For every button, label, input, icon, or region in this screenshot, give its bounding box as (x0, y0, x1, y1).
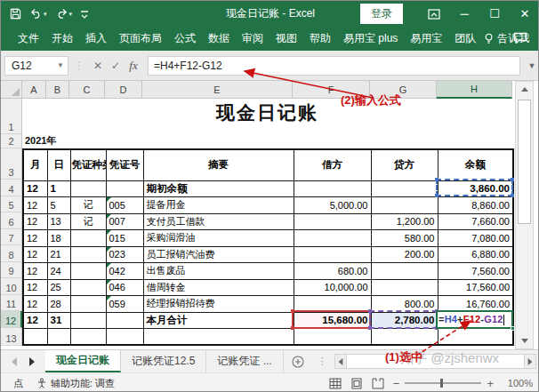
row-header-4[interactable]: 4 (1, 180, 22, 196)
scroll-up-icon[interactable] (516, 82, 533, 97)
sheet-tab-1[interactable]: 记账凭证12.5 (121, 350, 206, 372)
row-header-5[interactable]: 5 (1, 196, 22, 213)
cell-month[interactable]: 12 (23, 279, 47, 296)
zoom-out-icon[interactable]: − (393, 378, 400, 389)
ribbon-tab-5[interactable]: 数据 (202, 27, 236, 51)
confirm-entry-icon[interactable]: ✓ (107, 60, 125, 72)
save-icon[interactable] (10, 8, 21, 20)
table-header-cell[interactable]: 摘要 (143, 149, 294, 180)
row-header-12[interactable]: 12 (1, 311, 22, 328)
cell-balance[interactable]: 6,880.00 (438, 246, 513, 263)
cell-month[interactable]: 12 (23, 246, 47, 263)
cancel-entry-icon[interactable]: ✕ (89, 60, 107, 72)
cell-voucher_type[interactable] (70, 312, 106, 329)
zoom-level[interactable]: 100% (503, 378, 533, 388)
cell-month[interactable]: 12 (23, 180, 47, 197)
cell-debit[interactable]: 5,000.00 (294, 197, 371, 214)
cell-summary[interactable]: 采购润滑油 (143, 230, 294, 247)
cell-debit[interactable]: 10,000.00 (294, 279, 371, 296)
cell-balance[interactable]: 7,660.00 (438, 213, 513, 230)
cell-voucher_no[interactable]: 042 (106, 263, 143, 280)
ribbon-tab-1[interactable]: 开始 (45, 27, 79, 51)
column-header-B[interactable]: B (46, 81, 69, 99)
minimize-button[interactable]: ─ (449, 1, 479, 27)
cell-empty[interactable] (438, 329, 513, 346)
redo-dropdown-icon[interactable]: ▾ (69, 11, 73, 17)
cell-day[interactable]: 31 (47, 312, 70, 329)
table-header-cell[interactable]: 凭证号 (106, 149, 143, 180)
horizontal-scrollbar-track[interactable] (347, 354, 524, 369)
cell-empty[interactable] (70, 329, 106, 346)
cell-credit[interactable]: 1,200.00 (371, 213, 438, 230)
cell-day[interactable]: 24 (47, 263, 70, 280)
cell-summary[interactable]: 员工报销汽油费 (143, 246, 294, 263)
cell-credit[interactable] (371, 180, 438, 197)
column-header-G[interactable]: G (370, 81, 437, 99)
cell-balance[interactable]: 7,560.00 (438, 263, 513, 280)
table-header-cell[interactable]: 余额 (438, 149, 513, 180)
cell-empty[interactable] (106, 329, 143, 346)
cell-month[interactable]: 12 (23, 213, 47, 230)
cell-debit[interactable]: 680.00 (294, 263, 371, 280)
cell-debit[interactable] (294, 246, 371, 263)
row-header-13[interactable]: 13 (1, 328, 22, 346)
login-button[interactable]: 登录 (360, 4, 403, 24)
cell-empty[interactable] (23, 329, 47, 346)
cell-balance[interactable]: 3,860.00 (438, 180, 513, 197)
scroll-right-icon[interactable] (524, 354, 536, 369)
row-header-3[interactable]: 3 (1, 148, 22, 180)
cell-debit[interactable] (294, 296, 371, 313)
zoom-slider-thumb[interactable] (440, 379, 443, 388)
insert-function-icon[interactable]: fx (125, 59, 142, 73)
cell-voucher_type[interactable] (70, 296, 106, 313)
undo-dropdown-icon[interactable]: ▾ (44, 11, 47, 17)
cell-month[interactable]: 12 (23, 197, 47, 214)
horizontal-scrollbar[interactable] (334, 354, 536, 369)
tab-bar-options-icon[interactable]: ⋮ (312, 350, 333, 372)
zoom-slider[interactable] (405, 382, 481, 384)
cell-credit[interactable]: 2,780.00 (371, 312, 438, 329)
row-header-8[interactable]: 8 (1, 245, 22, 262)
next-sheet-icon[interactable] (29, 357, 35, 366)
undo-button[interactable]: ▾ (29, 8, 47, 20)
cell-summary[interactable]: 经理报销招待费 (143, 296, 294, 313)
prev-sheet-icon[interactable] (12, 357, 17, 366)
cell-summary[interactable]: 本月合计 (143, 312, 294, 329)
cell-month[interactable]: 12 (23, 312, 47, 329)
cell-day[interactable]: 1 (47, 180, 70, 197)
formula-bar-expand-icon[interactable]: ▼ (524, 61, 539, 70)
cell-voucher_no[interactable]: 023 (106, 246, 143, 263)
zoom-in-icon[interactable]: + (487, 378, 494, 389)
cell-voucher_type[interactable]: 记 (70, 197, 106, 214)
cell-day[interactable]: 18 (47, 230, 70, 247)
cell-credit[interactable] (371, 263, 438, 280)
cell-empty[interactable] (371, 329, 438, 346)
cell-voucher_no[interactable]: 046 (106, 279, 143, 296)
customize-qat-icon[interactable] (80, 9, 89, 20)
column-header-F[interactable]: F (293, 81, 370, 99)
page-break-preview-icon[interactable] (372, 378, 384, 389)
cell-voucher_type[interactable] (70, 246, 106, 263)
cell-voucher_no[interactable] (106, 312, 143, 329)
cell-voucher_no[interactable]: 059 (106, 296, 143, 313)
cell-credit[interactable] (371, 197, 438, 214)
cell-voucher_no[interactable]: 015 (106, 230, 143, 247)
row-header-2[interactable]: 2 (1, 134, 22, 148)
normal-view-icon[interactable] (329, 378, 342, 389)
ribbon-tab-9[interactable]: 易用宝 plus (337, 27, 404, 51)
table-header-cell[interactable]: 凭证种类 (70, 149, 106, 180)
cell-day[interactable]: 25 (47, 279, 70, 296)
cell-month[interactable]: 12 (23, 263, 47, 280)
table-header-cell[interactable]: 月 (23, 149, 47, 180)
ribbon-tab-8[interactable]: 帮助 (303, 27, 337, 51)
cell-empty[interactable] (47, 329, 70, 346)
cell-voucher_type[interactable] (70, 263, 106, 280)
cell-empty[interactable] (143, 329, 294, 346)
row-header-9[interactable]: 9 (1, 262, 22, 279)
scroll-down-icon[interactable] (516, 333, 533, 348)
row-header-11[interactable]: 11 (1, 295, 22, 312)
table-header-cell[interactable]: 借方 (294, 149, 371, 180)
cell-voucher_type[interactable] (70, 180, 106, 197)
column-header-A[interactable]: A (22, 81, 46, 99)
ribbon-tab-3[interactable]: 页面布局 (113, 27, 168, 51)
